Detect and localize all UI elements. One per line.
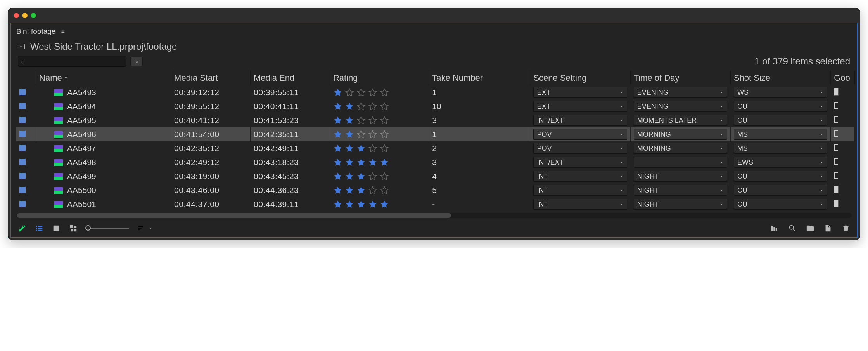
shot-size-dropdown[interactable]: CU	[734, 115, 827, 126]
col-time-of-day[interactable]: Time of Day	[630, 71, 730, 85]
shot-size-dropdown[interactable]: MS	[734, 143, 827, 154]
star-icon[interactable]	[356, 186, 366, 195]
nav-up-icon[interactable]	[18, 44, 25, 49]
good-marker[interactable]	[834, 172, 838, 179]
col-media-end[interactable]: Media End	[251, 71, 330, 85]
shot-size-dropdown[interactable]: CU	[734, 199, 827, 210]
rating[interactable]	[333, 116, 425, 125]
table-row[interactable]: AA550000:43:46:0000:44:36:235INTNIGHTCU	[16, 183, 855, 197]
star-icon[interactable]	[368, 102, 377, 111]
star-icon[interactable]	[368, 130, 377, 139]
good-marker[interactable]	[834, 116, 838, 123]
scene-setting-dropdown[interactable]: INT/EXT	[533, 157, 627, 168]
zoom-knob-icon[interactable]	[85, 225, 91, 231]
table-row[interactable]: AA550100:44:37:0000:44:39:11-INTNIGHTCU	[16, 197, 855, 211]
search-field[interactable]	[27, 58, 123, 65]
table-row[interactable]: AA549600:41:54:0000:42:35:111POVMORNINGM…	[16, 127, 855, 141]
label-swatch[interactable]	[19, 159, 26, 165]
star-icon[interactable]	[345, 144, 354, 153]
star-icon[interactable]	[333, 186, 342, 195]
scrollbar-thumb[interactable]	[17, 213, 451, 218]
star-icon[interactable]	[368, 200, 377, 209]
col-good-partial[interactable]: Goo	[831, 71, 855, 85]
table-row[interactable]: AA549800:42:49:1200:43:18:233INT/EXTEWS	[16, 155, 855, 169]
star-icon[interactable]	[368, 186, 377, 195]
maximize-icon[interactable]	[31, 13, 36, 18]
time-of-day-dropdown[interactable]: NIGHT	[634, 199, 727, 210]
take-number[interactable]: 10	[429, 99, 530, 113]
rating[interactable]	[333, 186, 425, 195]
star-icon[interactable]	[333, 116, 342, 125]
label-swatch[interactable]	[19, 187, 26, 193]
star-icon[interactable]	[380, 158, 389, 167]
rating[interactable]	[333, 130, 425, 139]
star-icon[interactable]	[356, 144, 366, 153]
time-of-day-dropdown[interactable]: MORNING	[634, 143, 727, 154]
horizontal-scrollbar[interactable]	[16, 213, 852, 218]
shot-size-dropdown[interactable]: MS	[734, 129, 827, 140]
col-media-start[interactable]: Media Start	[171, 71, 251, 85]
take-number[interactable]: 3	[429, 155, 530, 169]
label-swatch[interactable]	[19, 145, 26, 151]
shot-size-dropdown[interactable]: CU	[734, 185, 827, 196]
close-icon[interactable]	[14, 13, 19, 18]
star-icon[interactable]	[345, 102, 354, 111]
new-search-bin-button[interactable]: ⌕	[130, 57, 143, 66]
time-of-day-dropdown[interactable]: EVENING	[634, 101, 727, 112]
scene-setting-dropdown[interactable]: POV	[533, 129, 627, 140]
star-icon[interactable]	[380, 200, 389, 209]
rating[interactable]	[333, 144, 425, 153]
take-number[interactable]: 5	[429, 183, 530, 197]
good-marker[interactable]	[834, 102, 838, 109]
star-icon[interactable]	[380, 130, 389, 139]
star-icon[interactable]	[333, 130, 342, 139]
scene-setting-dropdown[interactable]: INT	[533, 199, 627, 210]
rating[interactable]	[333, 172, 425, 181]
star-icon[interactable]	[356, 88, 366, 97]
star-icon[interactable]	[368, 144, 377, 153]
col-take-number[interactable]: Take Number	[429, 71, 530, 85]
panel-menu-icon[interactable]: ≡	[61, 28, 64, 35]
icon-view-icon[interactable]	[52, 224, 61, 233]
star-icon[interactable]	[356, 200, 366, 209]
label-swatch[interactable]	[19, 201, 26, 207]
scene-setting-dropdown[interactable]: INT/EXT	[533, 115, 627, 126]
star-icon[interactable]	[380, 186, 389, 195]
good-marker[interactable]	[834, 88, 839, 96]
star-icon[interactable]	[380, 172, 389, 181]
take-number[interactable]: -	[429, 197, 530, 211]
label-swatch[interactable]	[19, 89, 26, 95]
good-marker[interactable]	[834, 200, 839, 207]
star-icon[interactable]	[333, 172, 342, 181]
rating[interactable]	[333, 88, 425, 97]
take-number[interactable]: 2	[429, 141, 530, 155]
find-icon[interactable]	[788, 224, 797, 233]
good-marker[interactable]	[834, 130, 838, 137]
take-number[interactable]: 1	[429, 127, 530, 141]
automate-icon[interactable]	[770, 224, 779, 233]
scene-setting-dropdown[interactable]: EXT	[533, 101, 627, 112]
good-marker[interactable]	[834, 186, 839, 193]
star-icon[interactable]	[356, 158, 366, 167]
star-icon[interactable]	[333, 144, 342, 153]
table-row[interactable]: AA549400:39:55:1200:40:41:1110EXTEVENING…	[16, 99, 855, 113]
freeform-view-icon[interactable]	[69, 224, 78, 233]
star-icon[interactable]	[380, 88, 389, 97]
good-marker[interactable]	[834, 144, 838, 151]
scene-setting-dropdown[interactable]: INT	[533, 185, 627, 196]
time-of-day-dropdown[interactable]: NIGHT	[634, 171, 727, 182]
star-icon[interactable]	[356, 172, 366, 181]
col-rating[interactable]: Rating	[330, 71, 429, 85]
star-icon[interactable]	[345, 88, 354, 97]
write-mode-icon[interactable]	[18, 224, 26, 233]
shot-size-dropdown[interactable]: EWS	[734, 157, 827, 168]
scene-setting-dropdown[interactable]: POV	[533, 143, 627, 154]
time-of-day-dropdown[interactable]: MOMENTS LATER	[634, 115, 727, 126]
rating[interactable]	[333, 102, 425, 111]
label-swatch[interactable]	[19, 131, 26, 137]
star-icon[interactable]	[380, 116, 389, 125]
time-of-day-dropdown[interactable]: NIGHT	[634, 185, 727, 196]
table-row[interactable]: AA549900:43:19:0000:43:45:234INTNIGHTCU	[16, 169, 855, 183]
table-row[interactable]: AA549700:42:35:1200:42:49:112POVMORNINGM…	[16, 141, 855, 155]
star-icon[interactable]	[345, 116, 354, 125]
